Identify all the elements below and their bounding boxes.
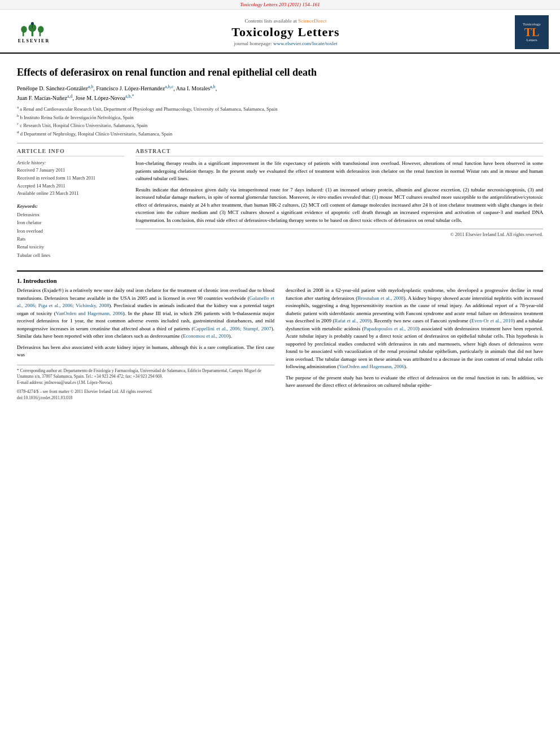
abstract-para-2: Results indicate that deferasirox given … [135,186,543,225]
journal-title: Toxicology Letters [56,25,515,40]
intro-right-text: described in 2008 in a 62-year-old patie… [286,287,543,390]
elsevier-label: ELSEVIER [18,38,50,43]
keyword-tubular: Tubular cell lines [17,251,124,259]
affiliation-c: c c Research Unit, Hospital Clínico Univ… [17,121,543,129]
intro-left-text: Deferasirox (Exjade®) is a relatively ne… [17,287,274,359]
abstract-text: Iron-chelating therapy results in a sign… [135,160,543,224]
intro-para-2: Deferasirox has been also associated wit… [17,344,274,359]
article-title: Effects of deferasirox on renal function… [17,66,543,79]
accepted-date: Accepted 14 March 2011 [17,182,124,190]
body-divider [17,270,543,272]
affiliations: a a Renal and Cardiovascular Research Un… [17,104,543,137]
svg-rect-4 [23,32,24,36]
introduction-title: 1. Introduction [17,277,543,284]
page: Toxicology Letters 203 (2011) 154–161 EL… [0,0,560,747]
footnote-issn: 0378-4274/$ – see front matter © 2011 El… [17,389,274,395]
badge-letters: TL [524,27,540,38]
article-history: Article history: Received 7 January 2011… [17,160,124,197]
keyword-renal-toxicity: Renal toxicity [17,243,124,251]
svg-point-6 [31,21,34,24]
intro-right-para-1: described in 2008 in a 62-year-old patie… [286,287,543,371]
journal-homepage-link[interactable]: www.elsevier.com/locate/toxlet [273,41,337,46]
keywords-section: Keywords: Deferasirox Iron chelator Iron… [17,203,124,260]
info-dates: Received 7 January 2011 Received in revi… [17,167,124,197]
authors: Penélope D. Sánchez-Gonzáleza,b, Francis… [17,84,543,102]
keywords-list: Deferasirox Iron chelator Iron overload … [17,211,124,260]
footnote-area: * Corresponding author at: Departamento … [17,365,274,401]
abstract-column: ABSTRACT Iron-chelating therapy results … [135,148,543,265]
elsevier-logo: ELSEVIER [11,21,56,43]
affiliation-d: d d Department of Nephrology, Hospital C… [17,129,543,138]
body-left-col: Deferasirox (Exjade®) is a relatively ne… [17,287,274,401]
sciencedirect-link[interactable]: ScienceDirect [298,18,326,24]
elsevier-tree-icon [14,21,54,37]
keyword-iron-overload: Iron overload [17,227,124,235]
available-date: Available online 23 March 2011 [17,190,124,198]
svg-rect-5 [40,32,41,36]
citation-bar: Toxicology Letters 203 (2011) 154–161 [0,0,560,10]
received-date: Received 7 January 2011 [17,167,124,174]
divider-1 [17,143,543,143]
contents-line: Contents lists available at ScienceDirec… [56,18,515,24]
abstract-para-1: Iron-chelating therapy results in a sign… [135,160,543,183]
intro-right-para-2: The purpose of the present study has bee… [286,374,543,390]
citation-text: Toxicology Letters 203 (2011) 154–161 [240,2,320,7]
footnote-email: E-mail address: jmInovoa@usal.es (J.M. L… [17,380,274,386]
body-right-col: described in 2008 in a 62-year-old patie… [286,287,543,401]
svg-point-3 [38,25,44,32]
article-info-column: ARTICLE INFO Article history: Received 7… [17,148,124,265]
badge-abbr: Letters [526,38,537,42]
body-two-col: Deferasirox (Exjade®) is a relatively ne… [17,287,543,401]
journal-badge: Toxicology TL Letters [515,15,549,49]
affiliation-a: a a Renal and Cardiovascular Research Un… [17,104,543,113]
main-content: Effects of deferasirox on renal function… [0,54,560,409]
footnote-doi: doi:10.1016/j.toxlet.2011.03.018 [17,395,274,401]
history-label: Article history: [17,160,124,165]
copyright: © 2011 Elsevier Ireland Ltd. All rights … [135,229,543,237]
abstract-header: ABSTRACT [135,148,543,156]
intro-para-1: Deferasirox (Exjade®) is a relatively ne… [17,287,274,340]
article-info-abstract: ARTICLE INFO Article history: Received 7… [17,148,543,265]
revised-date: Received in revised form 11 March 2011 [17,174,124,182]
affiliation-b: b b Instituto Reina Sofía de Investigaci… [17,113,543,121]
footnote-corresponding: * Corresponding author at: Departamento … [17,368,274,380]
journal-homepage: journal homepage: www.elsevier.com/locat… [56,41,515,46]
keywords-label: Keywords: [17,203,124,209]
keyword-iron-chelator: Iron chelator [17,219,124,226]
journal-header: ELSEVIER Contents lists available at Sci… [0,10,560,54]
keyword-deferasirox: Deferasirox [17,211,124,219]
article-info-header: ARTICLE INFO [17,148,124,156]
journal-header-center: Contents lists available at ScienceDirec… [56,18,515,46]
svg-point-2 [21,25,27,32]
keyword-rats: Rats [17,235,124,243]
